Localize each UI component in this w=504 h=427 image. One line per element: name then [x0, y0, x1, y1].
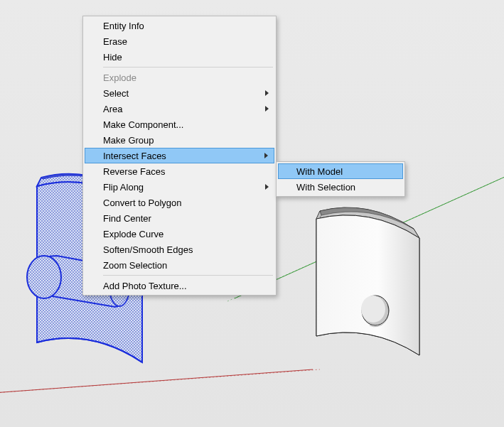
menu-item-erase[interactable]: Erase — [85, 33, 274, 49]
menu-label: Soften/Smooth Edges — [103, 244, 193, 255]
context-menu[interactable]: Entity Info Erase Hide Explode Select Ar… — [82, 16, 277, 296]
svg-point-1 — [361, 296, 385, 323]
menu-label: Hide — [103, 52, 122, 63]
submenu-arrow-icon — [265, 90, 269, 96]
menu-item-explode-curve[interactable]: Explode Curve — [85, 226, 274, 242]
menu-item-reverse-faces[interactable]: Reverse Faces — [85, 163, 274, 179]
menu-label: Select — [103, 88, 129, 99]
menu-label: With Selection — [296, 182, 355, 193]
menu-label: Reverse Faces — [103, 166, 165, 177]
menu-item-convert-to-polygon[interactable]: Convert to Polygon — [85, 195, 274, 210]
menu-label: With Model — [296, 166, 343, 177]
menu-label: Entity Info — [103, 21, 144, 31]
menu-label: Make Component... — [103, 119, 183, 130]
menu-label: Explode — [103, 72, 136, 83]
menu-item-zoom-selection[interactable]: Zoom Selection — [85, 257, 274, 273]
menu-item-select[interactable]: Select — [85, 85, 274, 101]
menu-item-intersect-faces[interactable]: Intersect Faces — [85, 148, 274, 163]
context-submenu-intersect-faces[interactable]: With Model With Selection — [276, 161, 405, 197]
menu-item-make-component[interactable]: Make Component... — [85, 117, 274, 132]
menu-label: Intersect Faces — [103, 151, 166, 161]
menu-item-hide[interactable]: Hide — [85, 49, 274, 65]
menu-item-area[interactable]: Area — [85, 101, 274, 117]
menu-label: Erase — [103, 36, 127, 47]
menu-separator — [103, 275, 273, 276]
svg-point-5 — [27, 256, 61, 298]
menu-label: Find Center — [103, 213, 151, 224]
menu-item-entity-info[interactable]: Entity Info — [85, 18, 274, 33]
menu-label: Zoom Selection — [103, 260, 167, 271]
menu-item-make-group[interactable]: Make Group — [85, 132, 274, 148]
menu-label: Flip Along — [103, 182, 144, 193]
axis-red-dash — [0, 369, 320, 395]
menu-separator — [103, 67, 273, 67]
model-right-shape — [316, 207, 419, 355]
menu-label: Explode Curve — [103, 229, 163, 239]
menu-item-find-center[interactable]: Find Center — [85, 210, 274, 226]
menu-item-flip-along[interactable]: Flip Along — [85, 179, 274, 195]
menu-item-explode: Explode — [85, 70, 274, 85]
menu-label: Make Group — [103, 135, 154, 146]
menu-item-add-photo-texture[interactable]: Add Photo Texture... — [85, 278, 274, 293]
menu-label: Convert to Polygon — [103, 198, 182, 208]
menu-label: Area — [103, 104, 122, 114]
viewport-3d[interactable]: Entity Info Erase Hide Explode Select Ar… — [0, 0, 504, 427]
menu-label: Add Photo Texture... — [103, 281, 187, 291]
submenu-arrow-icon — [265, 106, 269, 112]
submenu-item-with-model[interactable]: With Model — [278, 163, 403, 179]
submenu-item-with-selection[interactable]: With Selection — [278, 179, 403, 195]
submenu-arrow-icon — [264, 153, 268, 158]
menu-item-soften-smooth-edges[interactable]: Soften/Smooth Edges — [85, 242, 274, 257]
submenu-arrow-icon — [265, 184, 269, 190]
